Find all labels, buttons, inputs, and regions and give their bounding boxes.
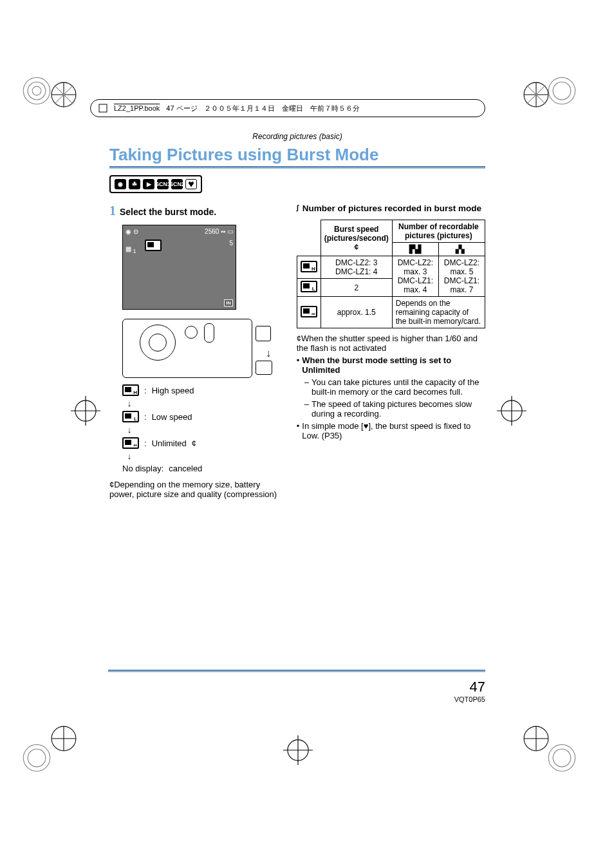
table-note-text: When the shutter speed is higher than 1/… bbox=[297, 334, 478, 353]
regmark-top-left bbox=[50, 81, 77, 108]
svg-point-12 bbox=[553, 749, 571, 767]
arrow-icon: ↓ bbox=[122, 451, 136, 461]
burst-high-label: High speed bbox=[152, 386, 194, 395]
burst-low-label: Low speed bbox=[152, 412, 192, 422]
dash-slow-text: The speed of taking pictures becomes slo… bbox=[312, 399, 485, 419]
lcd-count: 5 bbox=[229, 240, 233, 254]
step-1: 1 Select the burst mode. bbox=[109, 203, 284, 218]
cell-speed-high: DMC-LZ2: 3 DMC-LZ1: 4 bbox=[321, 256, 392, 279]
crop-header: LZ2_1PP.book 47 ページ ２００５年１月１４日 金曜日 午前７時５… bbox=[90, 99, 485, 117]
page-number: 47 bbox=[454, 679, 485, 695]
left-footnote: ¢Depending on the memory size, battery p… bbox=[109, 480, 284, 499]
arrow-down-icon: ↓ bbox=[266, 348, 271, 359]
svg-point-10 bbox=[28, 749, 46, 767]
crop-date: ２００５年１月１４日 金曜日 午前７時５６分 bbox=[204, 104, 360, 113]
camera-icon: ◉ bbox=[115, 179, 126, 189]
book-icon bbox=[98, 104, 107, 113]
cell-speed-unl: approx. 1.5 bbox=[321, 297, 392, 328]
lcd-top-icons: ◉ ⊝ bbox=[126, 228, 138, 235]
crosshair-bottom bbox=[283, 735, 313, 765]
arrow-icon: ↓ bbox=[122, 399, 136, 408]
burst-unlimited-icon bbox=[301, 306, 317, 317]
regmark-top-right bbox=[523, 81, 550, 108]
rosette-top-right bbox=[547, 76, 577, 106]
cell-std: DMC-LZ2: max. 5 DMC-LZ1: max. 7 bbox=[438, 256, 485, 297]
lcd-card-label: IN bbox=[224, 299, 233, 307]
page-footer: 47 VQT0P65 bbox=[454, 679, 485, 703]
lcd-quality-icon: ▪▪ bbox=[221, 228, 227, 235]
lcd-screenshot: ◉ ⊝ 2560 ▪▪ ▭ ▦ 1 5 bbox=[122, 225, 236, 310]
step-number: 1 bbox=[109, 203, 116, 218]
quality-fine-icon: ▛▟ bbox=[409, 245, 421, 254]
svg-point-8 bbox=[553, 82, 571, 100]
burst-unlimited-mark: ¢ bbox=[192, 439, 196, 448]
lcd-resolution: 2560 bbox=[205, 228, 219, 235]
crosshair-left bbox=[71, 396, 100, 426]
cell-merged: Depends on the remaining capacity of the… bbox=[392, 297, 485, 328]
regmark-bottom-right bbox=[523, 725, 550, 752]
th-count: Number of recordable pictures (pictures) bbox=[392, 220, 485, 243]
burst-high-icon bbox=[301, 261, 317, 272]
burst-unlimited-icon bbox=[122, 437, 139, 449]
camera-line-drawing: ↓ bbox=[122, 319, 252, 378]
th-speed: Burst speed (pictures/second) bbox=[324, 225, 389, 243]
motion-icon: ▶ bbox=[143, 179, 154, 189]
macro-icon: ☘ bbox=[129, 179, 140, 189]
regmark-bottom-left bbox=[50, 725, 77, 752]
title-rule bbox=[109, 166, 485, 169]
table-note: ¢When the shutter speed is higher than 1… bbox=[297, 334, 485, 353]
crop-file: LZ2_1PP.book bbox=[114, 104, 160, 112]
step-text: Select the burst mode. bbox=[120, 207, 216, 217]
dash-slow: –The speed of taking pictures becomes sl… bbox=[304, 399, 485, 419]
svg-point-11 bbox=[548, 744, 575, 771]
rosette-top-left bbox=[22, 76, 51, 106]
dash-capacity-text: You can take pictures until the capacity… bbox=[312, 377, 485, 397]
svg-point-4 bbox=[23, 77, 50, 104]
bullet-unlimited: •When the burst mode setting is set to U… bbox=[297, 355, 485, 375]
footnote-text: Depending on the memory size, battery po… bbox=[109, 480, 277, 499]
burst-nodisplay: No display: bbox=[122, 464, 163, 473]
svg-point-9 bbox=[23, 744, 50, 771]
svg-point-7 bbox=[548, 77, 575, 104]
doc-id: VQT0P65 bbox=[454, 695, 485, 703]
cell-fine: DMC-LZ2: max. 3 DMC-LZ1: max. 4 bbox=[392, 256, 438, 297]
section-path: Recording pictures (basic) bbox=[109, 132, 485, 141]
bullet-simple-a: In simple mode [ bbox=[302, 421, 363, 431]
lcd-burst-icon bbox=[145, 240, 162, 251]
th-speed-mark: ¢ bbox=[354, 243, 358, 252]
page-content: Recording pictures (basic) Taking Pictur… bbox=[109, 132, 485, 720]
burst-unlimited-label: Unlimited bbox=[152, 439, 187, 448]
rosette-bottom-right bbox=[547, 743, 577, 773]
cell-speed-low: 2 bbox=[321, 279, 392, 297]
burst-mode-cycle: : High speed ↓ : Low speed ↓ : Unlimited… bbox=[122, 384, 284, 473]
page-title: Taking Pictures using Burst Mode bbox=[109, 145, 485, 165]
burst-canceled: canceled bbox=[169, 464, 202, 473]
quality-std-icon: ▞▖ bbox=[456, 245, 467, 254]
scn2-icon: SCN2 bbox=[171, 179, 183, 189]
subhead-text: Number of pictures recorded in burst mod… bbox=[302, 203, 481, 213]
burst-low-icon bbox=[122, 411, 139, 422]
mode-icon-strip: ◉ ☘ ▶ SCN1 SCN2 ♥ bbox=[109, 175, 202, 193]
crop-page: 47 ページ bbox=[166, 104, 197, 113]
lcd-is-icon: ▦ bbox=[126, 245, 131, 252]
bullet-simple-mode: • In simple mode [♥], the burst speed is… bbox=[297, 421, 485, 440]
table-note-mark: ¢ bbox=[297, 334, 301, 343]
heart-icon: ♥ bbox=[185, 179, 197, 189]
subhead: ∫ Number of pictures recorded in burst m… bbox=[297, 203, 485, 213]
dash-capacity: –You can take pictures until the capacit… bbox=[304, 377, 485, 397]
subhead-marker: ∫ bbox=[297, 203, 299, 211]
burst-low-icon bbox=[301, 281, 317, 292]
rosette-bottom-left bbox=[22, 743, 51, 773]
bullet-unlimited-text: When the burst mode setting is set to Un… bbox=[302, 355, 485, 375]
svg-point-6 bbox=[32, 86, 41, 95]
footer-rule bbox=[108, 670, 485, 672]
crosshair-right bbox=[497, 396, 526, 426]
scn1-icon: SCN1 bbox=[157, 179, 169, 189]
svg-point-5 bbox=[28, 82, 46, 100]
arrow-icon: ↓ bbox=[122, 425, 136, 435]
burst-spec-table: Burst speed (pictures/second)¢ Number of… bbox=[297, 220, 485, 328]
burst-high-icon bbox=[122, 384, 139, 396]
lcd-battery-icon: ▭ bbox=[227, 228, 233, 235]
svg-rect-16 bbox=[99, 104, 107, 112]
lcd-hsp-badge: 1 bbox=[133, 248, 136, 254]
